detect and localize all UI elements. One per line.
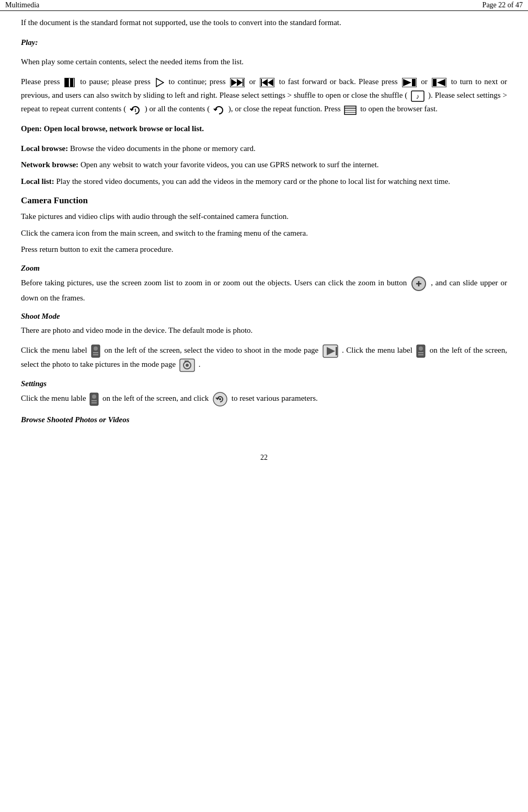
repeat-all-icon: [213, 103, 225, 117]
camera-para3: Press return button to exit the camera p…: [21, 243, 507, 257]
zoom-heading: Zoom: [21, 264, 507, 273]
next-track-icon: [402, 75, 417, 89]
menu-label-video-icon: [91, 344, 100, 358]
svg-rect-39: [418, 354, 423, 355]
browser-icon: [344, 103, 357, 117]
intro-paragraph: If the document is the standard format n…: [21, 16, 507, 30]
svg-point-49: [219, 398, 221, 400]
prev-track-icon: [432, 75, 446, 89]
svg-marker-17: [437, 79, 445, 86]
video-mode-page-icon: [323, 344, 338, 358]
main-content: If the document is the standard format n…: [0, 16, 528, 443]
svg-rect-2: [70, 78, 73, 87]
play-icon: [155, 75, 164, 89]
play-heading: Play:: [21, 36, 507, 50]
svg-rect-47: [91, 402, 97, 403]
svg-point-37: [419, 346, 423, 351]
local-list-para: Local list: Play the stored video docume…: [21, 175, 507, 189]
footer-page-number: 22: [260, 454, 268, 461]
svg-rect-31: [93, 352, 98, 353]
page-title: Multimedia: [5, 1, 39, 9]
network-browse-para: Network browse: Open any websit to watch…: [21, 158, 507, 172]
svg-rect-38: [418, 352, 423, 353]
shoot-mode-heading: Shoot Mode: [21, 312, 507, 321]
menu-label-settings-icon: [89, 392, 99, 406]
page-header: Multimedia Page 22 of 47: [0, 0, 528, 11]
local-browse-para: Local browse: Browse the video documents…: [21, 142, 507, 156]
pause-icon: [64, 75, 76, 89]
svg-point-30: [94, 346, 98, 351]
svg-point-42: [186, 364, 189, 367]
svg-marker-14: [403, 79, 411, 86]
camera-heading: Camera Function: [21, 195, 507, 206]
svg-marker-4: [156, 78, 164, 87]
browse-heading: Browse Shooted Photos or Videos: [21, 413, 507, 427]
page-number: Page 22 of 47: [483, 1, 523, 9]
settings-reset-icon: [212, 391, 228, 407]
svg-marker-11: [268, 79, 273, 86]
zoom-para: Before taking pictures, use the screen z…: [21, 276, 507, 305]
camera-para2: Click the camera icon from the main scre…: [21, 227, 507, 240]
svg-rect-8: [243, 79, 244, 86]
svg-rect-46: [91, 400, 97, 401]
photo-mode-page-icon: [179, 358, 195, 372]
svg-rect-32: [93, 354, 98, 355]
settings-heading: Settings: [21, 379, 507, 388]
play-para1: When play some certain contents, select …: [21, 55, 507, 69]
shoot-mode-para1: There are photo and video mode in the de…: [21, 324, 507, 338]
shuffle-icon: ♪: [411, 89, 424, 103]
svg-rect-18: [433, 79, 437, 86]
fast-back-icon: [260, 75, 274, 89]
svg-marker-7: [237, 79, 243, 86]
repeat-one-icon: 1: [130, 103, 141, 117]
svg-rect-43: [185, 361, 189, 362]
play-para2: Please press to pause; please press to c…: [21, 75, 507, 117]
shoot-mode-para2: Click the menu label on the left of the …: [21, 344, 507, 372]
fast-forward-icon: [230, 75, 245, 89]
svg-rect-35: [336, 347, 337, 355]
zoom-button-icon: [411, 276, 427, 292]
menu-label-photo-icon: [416, 344, 426, 358]
open-heading: Open: Open local browse, network browse …: [21, 122, 507, 136]
svg-marker-12: [262, 79, 268, 86]
svg-marker-6: [231, 79, 237, 86]
svg-rect-1: [65, 78, 68, 87]
svg-rect-15: [412, 79, 416, 86]
settings-para: Click the menu lable on the left of the …: [21, 391, 507, 407]
camera-para1: Take pictures and vidieo clips with audi…: [21, 210, 507, 224]
page-footer: 22: [0, 454, 528, 467]
svg-text:♪: ♪: [416, 92, 420, 100]
svg-point-45: [92, 395, 96, 399]
svg-text:1: 1: [134, 108, 137, 113]
svg-rect-10: [261, 79, 262, 86]
